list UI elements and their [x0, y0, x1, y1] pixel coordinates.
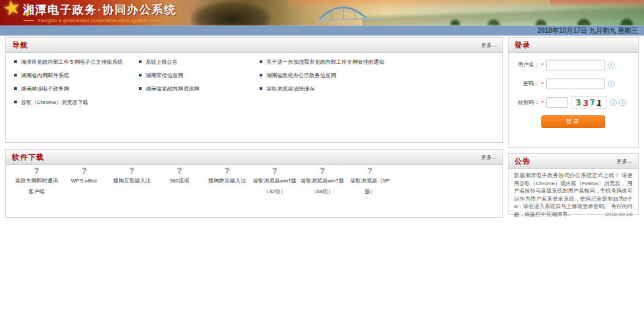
- captcha-digit: 3: [582, 99, 589, 107]
- password-info-icon[interactable]: i: [608, 80, 614, 87]
- bullet-icon: [260, 74, 262, 76]
- nav-link-label: 关于进一步加强我市党政内部工作专网管理的通知: [266, 58, 384, 66]
- nav-link[interactable]: 系统上线公告: [139, 55, 260, 68]
- software-item-label: 党政专网即时通讯客户端: [13, 176, 60, 197]
- username-input[interactable]: [546, 60, 605, 70]
- captcha-digit: 7: [589, 98, 595, 107]
- software-item[interactable]: ? 谷歌浏览器（XP版）: [346, 171, 394, 197]
- software-item[interactable]: ? 搜狗五笔输入法: [108, 171, 156, 197]
- bullet-icon: [139, 87, 142, 90]
- nav-column-2: 系统上线公告 湖南宣传信息网 湖南省党政内网资源网: [139, 55, 260, 109]
- software-panel-header: 软件下载 更多...: [6, 150, 502, 165]
- software-item-label: 谷歌浏览器（XP版）: [346, 176, 394, 197]
- nav-link[interactable]: 湖南省政府办公厅政务信息网: [260, 68, 502, 82]
- required-mark: *: [541, 80, 545, 87]
- nav-link-label: 湖南省党政内网资源网: [146, 85, 199, 93]
- login-button[interactable]: 登录: [541, 115, 605, 128]
- software-panel-title: 软件下载: [12, 152, 44, 162]
- required-mark: *: [541, 99, 545, 106]
- nav-link-label: 湖南省政府办公厅政务信息网: [266, 72, 336, 79]
- nav-link[interactable]: 湖南宣传信息网: [139, 68, 260, 82]
- captcha-input[interactable]: [546, 97, 568, 108]
- software-item[interactable]: ? 360压缩: [156, 171, 203, 197]
- software-item-label: WPS office: [60, 176, 108, 186]
- captcha-digit: 3: [575, 98, 582, 107]
- software-item-label: 360压缩: [156, 176, 203, 186]
- password-label: 密码：: [508, 80, 539, 87]
- page: ★ ★ 湘潭电子政务·协同办公系统 Xiangtan e-government …: [0, 0, 644, 324]
- login-form: 用户名： * i 密码： * i 校验码： * 3 3 7 1: [508, 53, 638, 128]
- software-item[interactable]: ? 谷歌浏览器win7版（32位）: [251, 171, 299, 197]
- nav-link-label: 湖南宣传信息网: [146, 72, 183, 79]
- nav-link-label: 湖南省内网邮件系统: [21, 72, 69, 79]
- announcement-panel-title: 公告: [515, 156, 531, 166]
- announcement-more-link[interactable]: 更多...: [616, 158, 632, 165]
- star-icon: ★: [1, 0, 23, 21]
- nav-link-label: 谷歌（Chrome）浏览器下载: [21, 99, 88, 106]
- nav-link[interactable]: 湖南林业电子政务网: [14, 82, 139, 95]
- announcement-date: 2018-09-28: [605, 211, 633, 219]
- software-item[interactable]: ? 搜狗拼音输入法: [203, 171, 251, 197]
- bullet-icon: [14, 87, 17, 90]
- subtitle-line-right: [150, 20, 161, 21]
- site-subtitle-text: Xiangtan e-government cooperative office…: [38, 18, 147, 23]
- nav-link[interactable]: 湖南省内网邮件系统: [14, 68, 139, 82]
- nav-panel-header: 导航 更多...: [6, 38, 502, 53]
- bullet-icon: [14, 101, 17, 103]
- captcha-digit: 1: [596, 99, 602, 107]
- nav-link[interactable]: 谷歌（Chrome）浏览器下载: [14, 95, 139, 109]
- banner: ★ ★ 湘潭电子政务·协同办公系统 Xiangtan e-government …: [0, 0, 644, 25]
- bullet-icon: [139, 74, 142, 76]
- captcha-row: 校验码： * 3 3 7 1 i i: [508, 97, 634, 108]
- nav-column-3: 关于进一步加强我市党政内部工作专网管理的通知 湖南省政府办公厅政务信息网 谷歌浏…: [260, 55, 502, 109]
- bullet-icon: [260, 60, 262, 63]
- username-info-icon[interactable]: i: [608, 62, 614, 68]
- username-row: 用户名： * i: [508, 59, 634, 70]
- subtitle-line-left: [23, 20, 34, 21]
- software-item[interactable]: ? 谷歌浏览器win7版（64位）: [299, 171, 346, 197]
- bullet-icon: [139, 60, 142, 63]
- password-row: 密码： * i: [508, 78, 634, 89]
- nav-link-label: 系统上线公告: [146, 58, 178, 66]
- banner-trees-decor: [429, 15, 644, 25]
- nav-panel: 导航 更多... 湘潭市党政内部工作专网电子公文传输系统 湖南省内网邮件系统 湖…: [5, 37, 503, 143]
- site-title: 湘潭电子政务·协同办公系统: [23, 2, 176, 17]
- bridge-graphic: [317, 1, 384, 25]
- software-item[interactable]: ? 党政专网即时通讯客户端: [13, 171, 60, 197]
- software-more-link[interactable]: 更多...: [481, 154, 496, 161]
- software-item-label: 谷歌浏览器win7版（32位）: [251, 176, 299, 197]
- nav-link[interactable]: 湖南省党政内网资源网: [139, 82, 260, 95]
- announcement-body: 新版湘潭电子政务协同办公系统正式上线！ 请使用谷歌（Chrome）或火狐（Fir…: [508, 169, 638, 218]
- date-text: 2018年10月17日 九月初九 星期三: [537, 26, 638, 36]
- required-mark: *: [541, 62, 545, 68]
- captcha-label: 校验码：: [508, 99, 539, 106]
- password-input[interactable]: [546, 78, 605, 89]
- statue-silhouette-decor: [191, 2, 270, 25]
- software-item-label: 搜狗拼音输入法: [203, 176, 251, 186]
- nav-more-link[interactable]: 更多...: [481, 42, 496, 49]
- captcha-refresh-icon[interactable]: i: [610, 99, 616, 106]
- date-bar: 2018年10月17日 九月初九 星期三: [0, 25, 644, 36]
- nav-link-label: 湘潭市党政内部工作专网电子公文传输系统: [21, 58, 123, 66]
- login-panel: 登录 用户名： * i 密码： * i 校验码： * 3 3: [508, 37, 639, 148]
- software-item[interactable]: ? WPS office: [60, 171, 108, 197]
- software-panel: 软件下载 更多... ? 党政专网即时通讯客户端 ? WPS office ? …: [5, 149, 503, 218]
- software-list: ? 党政专网即时通讯客户端 ? WPS office ? 搜狗五笔输入法 ? 3…: [6, 165, 502, 197]
- captcha-info-icon[interactable]: i: [619, 99, 626, 106]
- nav-link-label: 谷歌浏览器清除缓存: [266, 85, 315, 93]
- nav-link[interactable]: 谷歌浏览器清除缓存: [260, 82, 502, 95]
- software-item-label: 搜狗五笔输入法: [108, 176, 156, 186]
- bullet-icon: [14, 60, 17, 63]
- login-panel-header: 登录: [508, 38, 638, 53]
- nav-link[interactable]: 湘潭市党政内部工作专网电子公文传输系统: [14, 55, 139, 68]
- nav-column-1: 湘潭市党政内部工作专网电子公文传输系统 湖南省内网邮件系统 湖南林业电子政务网 …: [14, 55, 139, 109]
- captcha-image[interactable]: 3 3 7 1: [571, 96, 607, 109]
- nav-link-label: 湖南林业电子政务网: [21, 85, 69, 93]
- nav-links: 湘潭市党政内部工作专网电子公文传输系统 湖南省内网邮件系统 湖南林业电子政务网 …: [6, 53, 502, 109]
- login-panel-title: 登录: [515, 40, 531, 50]
- nav-link[interactable]: 关于进一步加强我市党政内部工作专网管理的通知: [260, 55, 502, 68]
- bullet-icon: [14, 74, 17, 76]
- software-item-label: 谷歌浏览器win7版（64位）: [299, 176, 346, 197]
- username-label: 用户名：: [508, 61, 539, 68]
- bullet-icon: [260, 87, 262, 90]
